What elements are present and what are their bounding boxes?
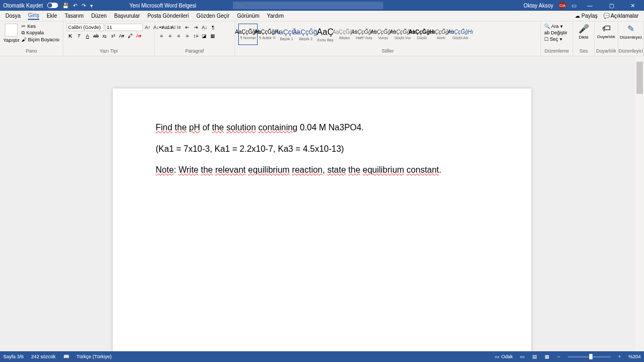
show-marks-button[interactable]: ¶ [209, 24, 217, 31]
search-input[interactable] [233, 2, 383, 9]
style-1[interactable]: AaÇçĞğHı¶ Aralık Yok [258, 24, 277, 45]
minimize-button[interactable]: — [582, 3, 598, 9]
shading-button[interactable]: ◪ [201, 32, 208, 40]
mic-icon: 🎤 [579, 24, 589, 34]
tab-view[interactable]: Görünüm [237, 13, 260, 19]
undo-icon[interactable]: ↶ [73, 3, 77, 9]
tab-insert[interactable]: Ekle [47, 13, 57, 19]
group-styles: AaÇçĞğHı¶ NormalAaÇçĞğHı¶ Aralık YokAaÇç… [235, 21, 541, 56]
italic-button[interactable]: T [75, 32, 83, 40]
tab-file[interactable]: Dosya [5, 13, 20, 19]
zoom-level[interactable]: %204 [628, 354, 641, 359]
language[interactable]: Türkçe (Türkiye) [77, 354, 112, 359]
superscript-button[interactable]: x² [109, 32, 117, 40]
autosave-label: Otomatik Kaydet [3, 3, 43, 9]
document-title[interactable]: Yeni Microsoft Word Belgesi [129, 3, 196, 9]
sort-button[interactable]: A↓ [201, 24, 208, 31]
cut-button[interactable]: ✂ Kes [21, 24, 60, 29]
bullets-button[interactable]: •≡ [158, 24, 165, 31]
save-icon[interactable]: 💾 [62, 3, 69, 9]
tab-mailings[interactable]: Posta Gönderileri [148, 13, 189, 19]
zoom-slider[interactable] [568, 356, 611, 358]
scrollbar-thumb[interactable] [636, 62, 643, 94]
titlebar: Otomatik Kaydet 💾 ↶ ↷ ▾ Yeni Microsoft W… [0, 0, 644, 11]
font-color-button[interactable]: A▾ [135, 32, 143, 40]
align-right-button[interactable]: ≡ [175, 32, 182, 40]
paragraph-2[interactable]: (Ka1 = 7x10-3, Ka1 = 2.2x10-7, Ka3 = 4.5… [156, 142, 488, 156]
document-area[interactable]: Find the pH of the solution containing 0… [0, 56, 644, 351]
paragraph-1[interactable]: Find the pH of the solution containing 0… [156, 121, 488, 135]
justify-button[interactable]: ≡ [184, 32, 191, 40]
group-editing: 🔍 Ara ▾ ab Değiştir ☐ Seç ▾ Düzenleme [541, 21, 573, 56]
replace-button[interactable]: ab Değiştir [544, 30, 569, 35]
comments-button[interactable]: 💬 Açıklamalar [603, 13, 639, 19]
paste-button[interactable]: Yapıştır [3, 24, 19, 47]
line-spacing-button[interactable]: ↕≡ [192, 32, 200, 40]
tab-layout[interactable]: Düzen [91, 13, 107, 19]
font-name-input[interactable] [67, 24, 104, 31]
group-editor: ✎ Düzenleyici Düzenleyici [618, 21, 644, 56]
group-label-paragraph: Paragraf [158, 48, 231, 54]
statusbar: Sayfa 3/6 242 sözcük 📖 Türkçe (Türkiye) … [0, 351, 644, 362]
vertical-scrollbar[interactable] [635, 56, 644, 351]
align-center-button[interactable]: ≡ [166, 32, 174, 40]
group-font: A↑ A↓ Aa A⃠ K T A ab x₂ x² A▾ 🖍 A▾ Yazı … [63, 21, 155, 56]
close-button[interactable]: ✕ [625, 3, 641, 9]
user-name[interactable]: Oktay Aksoy [523, 3, 553, 9]
dictate-button[interactable]: 🎤 Dikte [579, 24, 589, 40]
font-size-input[interactable] [105, 24, 143, 31]
maximize-button[interactable]: ▢ [603, 3, 619, 9]
underline-button[interactable]: A [84, 32, 91, 40]
strike-button[interactable]: ab [92, 32, 100, 40]
clipboard-icon [5, 24, 18, 36]
paragraph-3[interactable]: Note: Write the relevant equilibrium rea… [156, 163, 488, 177]
page[interactable]: Find the pH of the solution containing 0… [113, 88, 531, 351]
view-read-icon[interactable]: ▭ [520, 354, 525, 359]
multilevel-button[interactable]: ⁝≡ [175, 24, 182, 31]
group-clipboard: Yapıştır ✂ Kes ⧉ Kopyala 🖌 Biçim Boyacıs… [0, 21, 63, 56]
zoom-out-button[interactable]: − [557, 354, 560, 359]
group-sensitivity: 🏷 Duyarlılık Duyarlılık [595, 21, 618, 56]
page-number[interactable]: Sayfa 3/6 [3, 354, 24, 359]
select-button[interactable]: ☐ Seç ▾ [544, 36, 569, 42]
style-3[interactable]: AaÇçĞğıBaşlık 2 [296, 24, 316, 45]
group-label-editing: Düzenleme [544, 48, 569, 54]
sensitivity-button[interactable]: 🏷 Duyarlılık [597, 24, 615, 39]
highlight-button[interactable]: 🖍 [127, 32, 134, 40]
word-count[interactable]: 242 sözcük [31, 354, 56, 359]
group-label-font: Yazı Tipi [67, 48, 151, 54]
editor-icon: ✎ [627, 24, 634, 34]
bold-button[interactable]: K [67, 32, 74, 40]
zoom-in-button[interactable]: + [618, 354, 621, 359]
tab-home[interactable]: Giriş [28, 12, 39, 20]
editor-button[interactable]: ✎ Düzenleyici [620, 24, 642, 40]
style-11[interactable]: AaÇçĞğHıGüçlü Alıntı [451, 24, 470, 45]
tab-help[interactable]: Yardım [267, 13, 284, 19]
view-web-icon[interactable]: ▦ [545, 354, 550, 359]
group-label-clipboard: Pano [3, 48, 60, 54]
text-effects-button[interactable]: A▾ [118, 32, 126, 40]
tab-references[interactable]: Başvurular [114, 13, 140, 19]
spellcheck-icon[interactable]: 📖 [63, 354, 69, 359]
decrease-indent-button[interactable]: ⇤ [184, 24, 191, 31]
increase-indent-button[interactable]: ⇥ [192, 24, 200, 31]
avatar[interactable]: OA [559, 2, 566, 9]
tag-icon: 🏷 [602, 24, 611, 33]
numbering-button[interactable]: 1≡ [166, 24, 174, 31]
align-left-button[interactable]: ≡ [158, 32, 165, 40]
format-painter-button[interactable]: 🖌 Biçim Boyacısı [21, 37, 60, 42]
autosave-toggle[interactable] [47, 3, 58, 8]
subscript-button[interactable]: x₂ [101, 32, 108, 40]
grow-font-button[interactable]: A↑ [144, 24, 151, 31]
ribbon-mode-icon[interactable]: ▭ [572, 3, 576, 9]
borders-button[interactable]: ▦ [209, 32, 217, 40]
find-button[interactable]: 🔍 Ara ▾ [544, 24, 569, 29]
focus-mode[interactable]: ▭ Odak [495, 354, 513, 359]
group-dictate: 🎤 Dikte Ses [573, 21, 595, 56]
share-button[interactable]: ☁ Paylaş [575, 13, 598, 19]
redo-icon[interactable]: ↷ [82, 3, 86, 9]
tab-design[interactable]: Tasarım [64, 13, 84, 19]
copy-button[interactable]: ⧉ Kopyala [21, 30, 60, 36]
tab-review[interactable]: Gözden Geçir [196, 13, 230, 19]
view-print-icon[interactable]: ▤ [532, 354, 537, 359]
